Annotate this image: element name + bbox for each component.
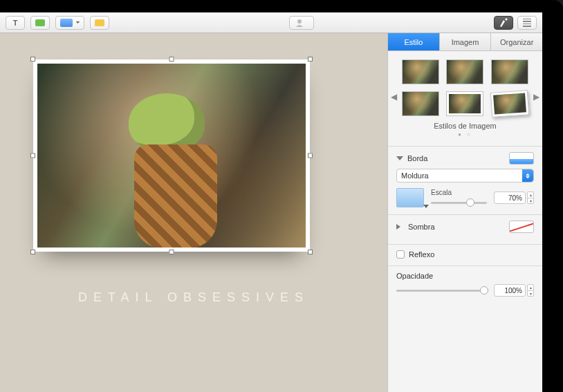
- image-style-preset[interactable]: [446, 59, 483, 84]
- selected-image-frame[interactable]: [33, 59, 310, 252]
- border-style-swatch[interactable]: [509, 152, 534, 165]
- canvas-caption[interactable]: DETAIL OBSESSIVES: [0, 290, 387, 305]
- opacity-title: Opacidade: [396, 272, 534, 280]
- shape-button[interactable]: [30, 16, 50, 30]
- reflection-label: Reflexo: [409, 250, 434, 259]
- shadow-section: Sombra: [388, 214, 542, 244]
- reflection-checkbox[interactable]: [396, 250, 405, 259]
- text-box-button[interactable]: T: [6, 16, 25, 30]
- image-style-preset[interactable]: [490, 90, 528, 118]
- tab-arrange[interactable]: Organizar: [491, 33, 542, 50]
- border-type-value: Moldura: [401, 171, 429, 180]
- tab-style[interactable]: Estilo: [388, 33, 440, 50]
- resize-handle-nw[interactable]: [30, 57, 35, 62]
- select-arrows-icon: [522, 169, 533, 182]
- scale-slider[interactable]: [431, 198, 487, 207]
- resize-handle-w[interactable]: [30, 153, 35, 158]
- svg-point-0: [297, 19, 302, 24]
- inspector-tabs: Estilo Imagem Organizar: [388, 33, 542, 51]
- scale-value-field[interactable]: 70%: [494, 192, 526, 204]
- border-type-select[interactable]: Moldura: [396, 169, 534, 183]
- resize-handle-e[interactable]: [308, 153, 313, 158]
- scale-stepper[interactable]: ▴▾: [527, 192, 534, 204]
- opacity-section: Opacidade 100% ▴▾: [388, 265, 542, 304]
- opacity-slider[interactable]: [396, 286, 488, 295]
- styles-prev-page[interactable]: ◀: [391, 92, 397, 102]
- comment-button[interactable]: [90, 16, 109, 30]
- scale-label: Escala: [431, 189, 487, 196]
- format-inspector: Estilo Imagem Organizar ◀ ▶ Estilos de I…: [387, 33, 542, 392]
- styles-next-page[interactable]: ▶: [533, 92, 539, 102]
- shadow-disclosure[interactable]: [396, 224, 404, 230]
- app-window: T: [0, 12, 542, 392]
- image-styles-panel: ◀ ▶ Estilos de Imagem ● ○: [388, 51, 542, 146]
- styles-page-dots[interactable]: ● ○: [402, 131, 528, 138]
- workspace: DETAIL OBSESSIVES Estilo Imagem Organiza…: [0, 33, 542, 392]
- resize-handle-sw[interactable]: [30, 250, 35, 254]
- frame-preview-dropdown[interactable]: [396, 188, 424, 207]
- border-disclosure[interactable]: [396, 156, 403, 160]
- shadow-title: Sombra: [408, 223, 505, 231]
- image-style-preset[interactable]: [491, 59, 528, 84]
- resize-handle-ne[interactable]: [308, 57, 313, 62]
- resize-handle-s[interactable]: [169, 250, 174, 254]
- resize-handle-se[interactable]: [308, 250, 313, 254]
- toolbar: T: [0, 12, 542, 33]
- image-styles-label: Estilos de Imagem: [402, 122, 528, 130]
- document-inspector-button[interactable]: [517, 16, 537, 30]
- border-section: Borda Moldura Escala: [388, 146, 542, 214]
- slider-thumb[interactable]: [480, 286, 488, 295]
- image-style-preset[interactable]: [402, 59, 439, 84]
- collaborate-button[interactable]: [289, 16, 314, 30]
- opacity-stepper[interactable]: ▴▾: [527, 284, 534, 297]
- device-frame: T: [0, 0, 563, 392]
- reflection-section: Reflexo: [388, 244, 542, 265]
- document-canvas[interactable]: DETAIL OBSESSIVES: [0, 33, 387, 392]
- image-style-preset[interactable]: [402, 91, 439, 116]
- slider-thumb[interactable]: [466, 198, 474, 207]
- tab-image[interactable]: Imagem: [440, 33, 492, 50]
- shadow-style-swatch[interactable]: [509, 221, 534, 233]
- placed-image[interactable]: [37, 64, 306, 248]
- format-inspector-button[interactable]: [494, 16, 513, 30]
- media-dropdown[interactable]: [55, 16, 84, 30]
- border-title: Borda: [407, 154, 505, 162]
- image-style-preset[interactable]: [446, 91, 483, 116]
- opacity-value-field[interactable]: 100%: [494, 284, 526, 297]
- resize-handle-n[interactable]: [169, 57, 174, 62]
